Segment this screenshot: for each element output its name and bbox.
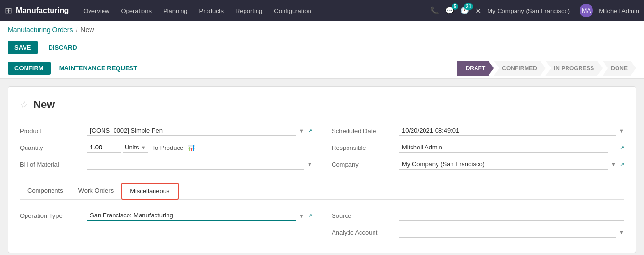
analytic-account-field: ▼	[399, 227, 624, 238]
form-title: New	[33, 98, 55, 111]
product-label: Product	[20, 127, 87, 134]
tabs-row: Components Work Orders Miscellaneous	[20, 183, 624, 200]
bill-of-material-label: Bill of Material	[20, 161, 87, 168]
analytic-account-label: Analytic Account	[332, 229, 399, 236]
tab-miscellaneous[interactable]: Miscellaneous	[121, 183, 178, 200]
responsible-label: Responsible	[332, 144, 399, 151]
product-input-wrap	[87, 125, 296, 136]
quantity-field: Units ▼ To Produce 📊	[87, 142, 312, 153]
product-external-link-icon[interactable]: ↗	[308, 128, 312, 134]
tab-work-orders[interactable]: Work Orders	[71, 183, 121, 200]
workflow-steps: DRAFT CONFIRMED IN PROGRESS DONE	[458, 61, 636, 76]
breadcrumb-current: New	[80, 26, 94, 34]
status-left-actions: CONFIRM MAINTENANCE REQUEST	[8, 62, 142, 75]
source-input[interactable]	[399, 210, 624, 221]
nav-planning[interactable]: Planning	[158, 4, 193, 17]
bill-of-material-input[interactable]	[87, 159, 304, 170]
bom-dropdown-arrow[interactable]: ▼	[307, 161, 312, 167]
company-row: Company ▼ ↗	[332, 156, 624, 173]
breadcrumb: Manufacturing Orders / New	[0, 21, 644, 37]
breadcrumb-parent[interactable]: Manufacturing Orders	[8, 26, 73, 34]
responsible-dropdown-arrow[interactable]: ▼	[611, 145, 616, 150]
step-draft[interactable]: DRAFT	[457, 61, 494, 76]
bill-of-material-row: Bill of Material ▼	[20, 156, 312, 173]
chat-icon[interactable]: 💬 5	[445, 6, 454, 15]
forecast-chart-icon[interactable]: 📊	[187, 144, 195, 151]
bill-of-material-field: ▼	[87, 159, 312, 170]
scheduled-date-dropdown-arrow[interactable]: ▼	[619, 128, 624, 134]
nav-configuration[interactable]: Configuration	[269, 4, 316, 17]
responsible-external-link-icon[interactable]: ↗	[620, 145, 624, 151]
app-name: Manufacturing	[16, 6, 69, 15]
quantity-input[interactable]	[87, 142, 121, 153]
units-select-wrap: Units ▼	[123, 142, 148, 153]
nav-operations[interactable]: Operations	[116, 4, 156, 17]
company-input[interactable]	[399, 159, 608, 170]
quantity-row: Quantity Units ▼ To Produce 📊	[20, 139, 312, 156]
step-confirmed[interactable]: CONFIRMED	[493, 61, 546, 76]
operation-type-input-wrap	[87, 210, 296, 221]
form-title-row: ☆ New	[20, 98, 624, 111]
lower-right: Source Analytic Account ▼	[332, 207, 624, 241]
activity-icon[interactable]: 🕐 21	[460, 6, 469, 15]
favorite-star-icon[interactable]: ☆	[20, 99, 28, 110]
form-fields-grid: Product ▼ ↗ Quantity	[20, 122, 624, 173]
quantity-label: Quantity	[20, 144, 87, 151]
main-content: ☆ New Product ▼ ↗	[0, 79, 644, 255]
activity-badge: 21	[464, 3, 473, 10]
nav-products[interactable]: Products	[194, 4, 229, 17]
breadcrumb-separator: /	[76, 26, 77, 34]
nav-reporting[interactable]: Reporting	[231, 4, 267, 17]
tab-components[interactable]: Components	[20, 183, 71, 200]
analytic-account-dropdown-arrow[interactable]: ▼	[619, 229, 624, 235]
responsible-input[interactable]	[399, 142, 608, 153]
avatar-initials: MA	[582, 7, 591, 14]
responsible-row: Responsible ▼ ↗	[332, 139, 624, 156]
analytic-account-row: Analytic Account ▼	[332, 224, 624, 241]
scheduled-date-label: Scheduled Date	[332, 127, 399, 134]
scheduled-date-field: ▼	[399, 125, 624, 136]
company-dropdown-arrow[interactable]: ▼	[611, 161, 616, 167]
step-in-progress[interactable]: IN PROGRESS	[545, 61, 603, 76]
operation-type-dropdown-arrow[interactable]: ▼	[299, 213, 304, 219]
product-field: ▼ ↗	[87, 125, 312, 136]
product-dropdown-arrow[interactable]: ▼	[299, 128, 304, 134]
top-navigation: ⊞ Manufacturing Overview Operations Plan…	[0, 0, 644, 21]
step-done[interactable]: DONE	[602, 61, 636, 76]
confirm-button[interactable]: CONFIRM	[8, 62, 51, 75]
operation-type-external-link-icon[interactable]: ↗	[308, 213, 312, 219]
user-name: Mitchell Admin	[599, 7, 639, 14]
scheduled-date-input[interactable]	[399, 125, 616, 136]
units-dropdown-arrow[interactable]: ▼	[141, 145, 146, 150]
company-field: ▼ ↗	[399, 159, 624, 170]
operation-type-row: Operation Type ▼ ↗	[20, 207, 312, 225]
topbar-right: 📞 💬 5 🕐 21 ✕ My Company (San Francisco) …	[430, 4, 639, 17]
scheduled-date-row: Scheduled Date ▼	[332, 122, 624, 139]
responsible-field: ▼ ↗	[399, 142, 624, 153]
right-column: Scheduled Date ▼ Responsible ▼ ↗	[332, 122, 624, 173]
company-external-link-icon[interactable]: ↗	[620, 161, 624, 168]
lower-left: Operation Type ▼ ↗	[20, 207, 312, 241]
app-grid-icon[interactable]: ⊞	[5, 5, 12, 16]
nav-overview[interactable]: Overview	[78, 4, 114, 17]
save-button[interactable]: SAVE	[8, 41, 38, 54]
discard-button[interactable]: DISCARD	[41, 41, 83, 54]
lower-form: Operation Type ▼ ↗ Source	[20, 207, 624, 241]
analytic-account-input[interactable]	[399, 227, 616, 238]
company-name: My Company (San Francisco)	[487, 7, 570, 14]
action-bar: SAVE DISCARD	[0, 37, 644, 58]
close-icon[interactable]: ✕	[475, 6, 481, 15]
product-input[interactable]	[87, 125, 296, 135]
form-card: ☆ New Product ▼ ↗	[8, 86, 636, 253]
company-label: Company	[332, 161, 399, 168]
left-column: Product ▼ ↗ Quantity	[20, 122, 312, 173]
operation-type-label: Operation Type	[20, 212, 87, 219]
source-field	[399, 210, 624, 221]
operation-type-input[interactable]	[87, 210, 296, 220]
units-value: Units	[125, 144, 139, 151]
operation-type-field: ▼ ↗	[87, 210, 312, 221]
phone-icon[interactable]: 📞	[430, 6, 439, 15]
user-avatar[interactable]: MA	[580, 4, 593, 17]
maintenance-request-button[interactable]: MAINTENANCE REQUEST	[54, 62, 142, 75]
to-produce-label: To Produce	[152, 144, 184, 151]
